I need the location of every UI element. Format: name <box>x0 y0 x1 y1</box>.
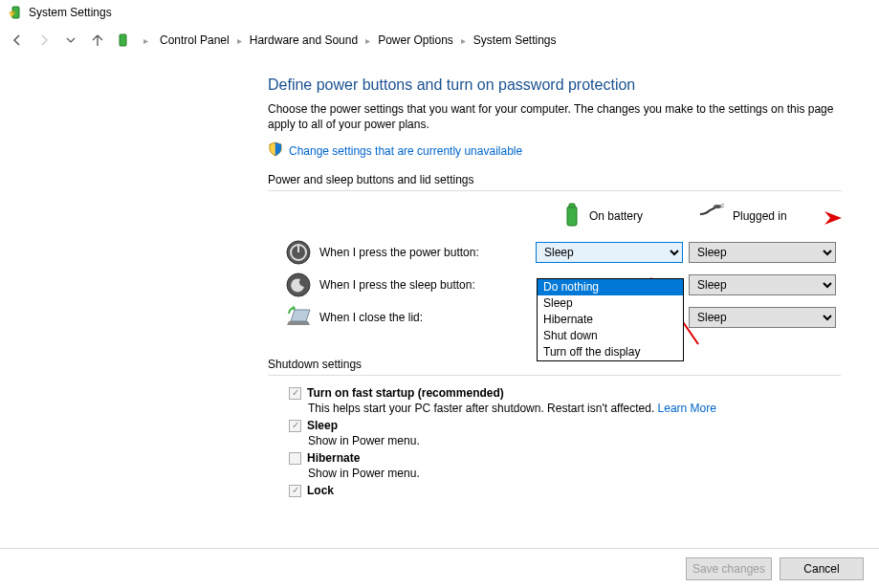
chk-fast-title: Turn on fast startup (recommended) <box>307 386 504 400</box>
page-title: Define power buttons and turn on passwor… <box>268 76 841 94</box>
col-battery-label: On battery <box>589 209 643 223</box>
checkbox-lock[interactable] <box>289 485 301 497</box>
chevron-right-icon: ▸ <box>237 35 242 46</box>
svg-point-4 <box>714 205 721 208</box>
battery-icon <box>562 203 582 229</box>
dropdown-option[interactable]: Sleep <box>538 295 683 312</box>
power-battery-dropdown-open[interactable]: Do nothingSleepHibernateShut downTurn of… <box>537 278 684 361</box>
titlebar: System Settings <box>0 0 879 25</box>
row-power-label: When I press the power button: <box>319 246 479 259</box>
dropdown-option[interactable]: Shut down <box>538 328 683 344</box>
chk-hibernate-title: Hibernate <box>307 451 360 465</box>
change-settings-link[interactable]: Change settings that are currently unava… <box>289 144 522 158</box>
chevron-right-icon: ▸ <box>461 35 466 46</box>
checkbox-sleep[interactable] <box>289 420 301 432</box>
chk-hibernate: Hibernate Show in Power menu. <box>289 451 841 480</box>
chk-lock-title: Lock <box>307 484 334 497</box>
plug-icon <box>698 203 725 229</box>
content-area: Define power buttons and turn on passwor… <box>0 55 879 512</box>
lid-plugged-select[interactable]: Sleep <box>689 307 836 328</box>
svg-rect-1 <box>120 34 126 46</box>
svg-line-5 <box>720 204 724 206</box>
crumb-system-settings[interactable]: System Settings <box>470 32 560 49</box>
row-lid-label: When I close the lid: <box>319 311 423 324</box>
battery-shield-icon <box>8 5 23 20</box>
chk-fast-desc: This helps start your PC faster after sh… <box>308 402 658 415</box>
row-sleep-label: When I press the sleep button: <box>319 278 475 292</box>
power-plugged-select[interactable]: Sleep <box>689 242 836 263</box>
page-intro: Choose the power settings that you want … <box>268 101 841 132</box>
laptop-lid-icon <box>285 304 312 331</box>
history-dropdown[interactable] <box>61 31 80 50</box>
chk-sleep-title: Sleep <box>307 419 338 432</box>
col-plugged-label: Plugged in <box>733 209 787 223</box>
checkbox-fast-startup[interactable] <box>289 387 301 400</box>
svg-rect-2 <box>567 207 577 226</box>
chk-hibernate-desc: Show in Power menu. <box>308 467 841 480</box>
window-title: System Settings <box>29 6 112 19</box>
svg-rect-3 <box>569 204 575 207</box>
back-button[interactable] <box>8 31 27 50</box>
navbar: ▸ Control Panel ▸ Hardware and Sound ▸ P… <box>0 25 879 55</box>
section-label: Power and sleep buttons and lid settings <box>268 173 841 186</box>
dropdown-option[interactable]: Turn off the display <box>538 344 683 360</box>
crumb-control-panel[interactable]: Control Panel <box>156 32 233 49</box>
chk-sleep: Sleep Show in Power menu. <box>289 419 841 447</box>
sleep-button-icon <box>285 272 312 298</box>
dropdown-option[interactable]: Hibernate <box>538 312 683 328</box>
row-power-button: When I press the power button: Sleep Sle… <box>268 239 842 266</box>
crumb-power-options[interactable]: Power Options <box>374 32 457 49</box>
chk-fast-startup: Turn on fast startup (recommended) This … <box>289 386 841 415</box>
forward-button[interactable] <box>34 31 54 50</box>
chevron-right-icon: ▸ <box>365 35 370 46</box>
power-battery-select[interactable]: Sleep <box>536 242 683 263</box>
dropdown-option[interactable]: Do nothing <box>538 279 683 295</box>
chk-sleep-desc: Show in Power menu. <box>308 434 841 447</box>
save-button[interactable]: Save changes <box>686 557 772 580</box>
checkbox-hibernate[interactable] <box>289 452 301 465</box>
learn-more-link[interactable]: Learn More <box>658 402 716 415</box>
shield-icon <box>268 142 283 160</box>
chk-lock: Lock <box>289 484 841 497</box>
crumb-hardware[interactable]: Hardware and Sound <box>246 32 362 49</box>
breadcrumb: Control Panel ▸ Hardware and Sound ▸ Pow… <box>156 32 560 49</box>
shutdown-section: Shutdown settings Turn on fast startup (… <box>268 358 841 500</box>
up-button[interactable] <box>88 31 107 50</box>
power-icon <box>115 33 130 48</box>
sleep-plugged-select[interactable]: Sleep <box>689 274 836 295</box>
power-button-icon <box>285 239 312 266</box>
footer: Save changes Cancel <box>0 548 879 588</box>
svg-rect-0 <box>12 7 19 18</box>
cancel-button[interactable]: Cancel <box>780 557 864 580</box>
